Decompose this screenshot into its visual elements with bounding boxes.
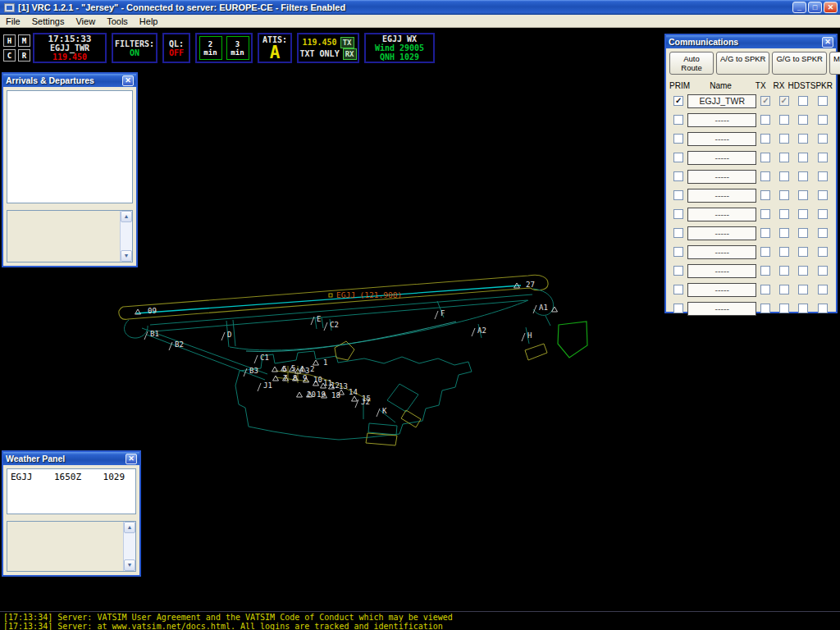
tx-checkbox[interactable] xyxy=(760,115,770,125)
tx-checkbox[interactable] xyxy=(760,171,770,181)
communications-titlebar[interactable]: Communications ✕ xyxy=(666,35,836,48)
scroll-up-icon[interactable]: ▲ xyxy=(121,211,132,222)
frequency-name-field[interactable]: ----- xyxy=(687,132,756,146)
hdst-checkbox[interactable] xyxy=(798,190,808,200)
spkr-checkbox[interactable] xyxy=(818,153,828,162)
close-icon[interactable]: ✕ xyxy=(126,454,137,464)
close-icon[interactable]: ✕ xyxy=(122,75,134,86)
hdst-checkbox[interactable] xyxy=(798,209,808,219)
arrivals-detail-box[interactable]: ▲ ▼ xyxy=(7,210,133,262)
quick-button-r[interactable]: R xyxy=(18,49,30,62)
quick-button-m[interactable]: M xyxy=(18,34,30,47)
hdst-checkbox[interactable] xyxy=(798,304,808,313)
radar-canvas[interactable]: 0927A1FA2HEC2DB1B2C1B3J1J2K1234567891011… xyxy=(0,29,840,630)
scroll-up-icon[interactable]: ▲ xyxy=(124,522,135,533)
arrivals-list[interactable] xyxy=(7,90,133,203)
spkr-checkbox[interactable] xyxy=(818,228,828,238)
hdst-checkbox[interactable] xyxy=(798,171,808,181)
frequency-name-field[interactable]: ----- xyxy=(687,264,756,278)
rx-checkbox[interactable] xyxy=(779,304,789,313)
tx-checkbox[interactable] xyxy=(760,266,770,276)
tx-checkbox[interactable] xyxy=(760,247,770,257)
prim-checkbox[interactable] xyxy=(673,266,683,276)
minimize-button[interactable]: _ xyxy=(792,2,806,13)
rx-checkbox[interactable] xyxy=(779,134,789,144)
quick-button-h[interactable]: H xyxy=(3,34,16,47)
spkr-checkbox[interactable] xyxy=(818,247,828,257)
scrollbar[interactable]: ▲ ▼ xyxy=(123,522,135,571)
tx-checkbox[interactable] xyxy=(760,285,770,294)
comm-button-auto-route[interactable]: Auto Route xyxy=(669,52,714,75)
spkr-checkbox[interactable] xyxy=(818,285,828,294)
frequency-name-field[interactable]: EGJJ_TWR xyxy=(687,94,756,108)
close-icon[interactable]: ✕ xyxy=(822,37,833,48)
frequency-name-field[interactable]: ----- xyxy=(687,151,756,165)
spkr-checkbox[interactable] xyxy=(818,115,828,125)
hdst-checkbox[interactable] xyxy=(798,285,808,294)
tx-checkbox[interactable] xyxy=(760,96,770,106)
frequency-name-field[interactable]: ----- xyxy=(687,170,756,184)
prim-checkbox[interactable] xyxy=(673,304,683,313)
hdst-checkbox[interactable] xyxy=(798,266,808,276)
frequency-name-field[interactable]: ----- xyxy=(687,113,756,127)
tx-indicator[interactable]: TX xyxy=(340,37,354,48)
rx-checkbox[interactable] xyxy=(779,153,789,162)
close-button[interactable]: ✕ xyxy=(824,2,838,13)
comm-button-a-g-to-spkr[interactable]: A/G to SPKR xyxy=(716,52,769,75)
maximize-button[interactable]: □ xyxy=(808,2,822,13)
prim-checkbox[interactable] xyxy=(673,134,683,144)
arrivals-panel-titlebar[interactable]: Arrivals & Departures ✕ xyxy=(3,74,136,87)
tx-checkbox[interactable] xyxy=(760,190,770,200)
timer-3min-button[interactable]: 3 min xyxy=(226,36,249,60)
prim-checkbox[interactable] xyxy=(673,228,683,238)
spkr-checkbox[interactable] xyxy=(818,96,828,106)
rx-checkbox[interactable] xyxy=(779,96,789,106)
tx-checkbox[interactable] xyxy=(760,134,770,144)
prim-checkbox[interactable] xyxy=(673,209,683,219)
scroll-down-icon[interactable]: ▼ xyxy=(121,250,132,262)
scroll-track[interactable] xyxy=(121,222,132,250)
frequency-name-field[interactable]: ----- xyxy=(687,226,756,240)
rx-checkbox[interactable] xyxy=(779,171,789,181)
frequency-name-field[interactable]: ----- xyxy=(687,302,756,316)
frequency-name-field[interactable]: ----- xyxy=(687,245,756,259)
spkr-checkbox[interactable] xyxy=(818,209,828,219)
rx-checkbox[interactable] xyxy=(779,247,789,257)
spkr-checkbox[interactable] xyxy=(818,266,828,276)
prim-checkbox[interactable] xyxy=(673,115,683,125)
comm-button-g-g-to-spkr[interactable]: G/G to SPKR xyxy=(772,52,827,75)
frequency-name-field[interactable]: ----- xyxy=(687,283,756,297)
prim-checkbox[interactable] xyxy=(673,171,683,181)
ql-box[interactable]: QL: OFF xyxy=(162,33,190,63)
hdst-checkbox[interactable] xyxy=(798,153,808,162)
tx-checkbox[interactable] xyxy=(760,304,770,313)
weather-panel-titlebar[interactable]: Weather Panel ✕ xyxy=(3,452,139,465)
spkr-checkbox[interactable] xyxy=(818,190,828,200)
prim-checkbox[interactable] xyxy=(673,190,683,200)
hdst-checkbox[interactable] xyxy=(798,96,808,106)
rx-checkbox[interactable] xyxy=(779,190,789,200)
prim-checkbox[interactable] xyxy=(673,247,683,257)
rx-checkbox[interactable] xyxy=(779,228,789,238)
scroll-down-icon[interactable]: ▼ xyxy=(124,559,135,571)
menu-item-file[interactable]: File xyxy=(0,16,26,27)
rx-indicator[interactable]: RX xyxy=(343,48,357,60)
rx-checkbox[interactable] xyxy=(779,115,789,125)
tx-checkbox[interactable] xyxy=(760,228,770,238)
prim-checkbox[interactable] xyxy=(673,96,683,106)
tx-checkbox[interactable] xyxy=(760,153,770,162)
scrollbar[interactable]: ▲ ▼ xyxy=(120,211,132,262)
weather-detail-box[interactable]: ▲ ▼ xyxy=(7,521,136,572)
rx-checkbox[interactable] xyxy=(779,209,789,219)
spkr-checkbox[interactable] xyxy=(818,171,828,181)
rx-checkbox[interactable] xyxy=(779,266,789,276)
weather-list[interactable]: EGJJ 1650Z 1029 29005 xyxy=(7,468,136,514)
prim-checkbox[interactable] xyxy=(673,153,683,162)
rx-checkbox[interactable] xyxy=(779,285,789,294)
atis-box[interactable]: ATIS: A xyxy=(258,33,292,63)
menu-item-settings[interactable]: Settings xyxy=(26,16,71,27)
timer-2min-button[interactable]: 2 min xyxy=(199,36,222,60)
menu-item-view[interactable]: View xyxy=(70,16,101,27)
menu-item-help[interactable]: Help xyxy=(134,16,164,27)
tx-checkbox[interactable] xyxy=(760,209,770,219)
